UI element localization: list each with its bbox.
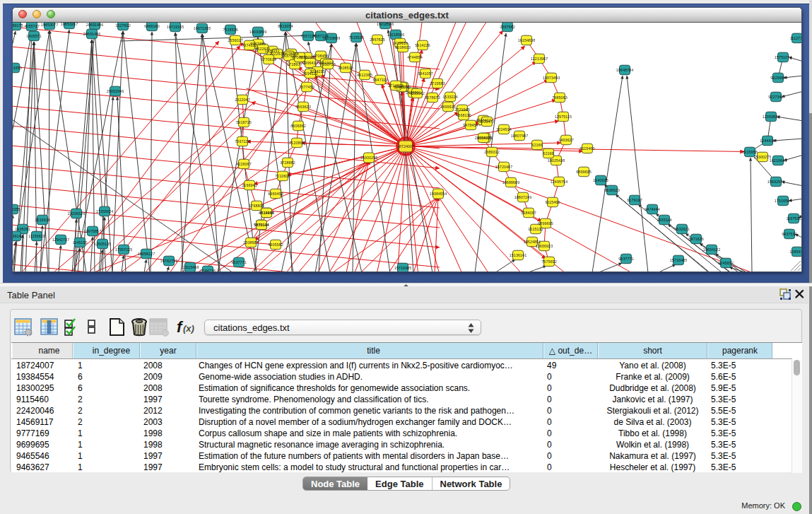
- svg-text:17016504: 17016504: [775, 199, 792, 203]
- svg-text:7377459: 7377459: [299, 85, 314, 89]
- svg-text:18724007: 18724007: [397, 144, 414, 148]
- svg-text:2556017: 2556017: [228, 38, 242, 42]
- svg-text:7515526: 7515526: [348, 35, 363, 40]
- svg-text:8938923: 8938923: [604, 188, 619, 192]
- svg-text:15692971: 15692971: [767, 180, 784, 184]
- svg-text:10973493: 10973493: [543, 76, 560, 80]
- svg-text:6770619: 6770619: [261, 57, 276, 62]
- svg-text:16154838: 16154838: [518, 38, 535, 42]
- svg-text:1044218: 1044218: [200, 269, 215, 271]
- svg-text:10688609: 10688609: [502, 180, 519, 185]
- svg-text:9637771: 9637771: [618, 257, 633, 261]
- svg-text:11156829: 11156829: [28, 234, 45, 238]
- svg-text:4335942: 4335942: [409, 91, 424, 95]
- svg-text:3728882: 3728882: [280, 160, 295, 165]
- svg-text:15720407: 15720407: [495, 165, 512, 169]
- svg-text:5108603: 5108603: [395, 45, 410, 49]
- svg-text:7357224: 7357224: [313, 34, 328, 38]
- svg-text:12495754: 12495754: [551, 180, 567, 184]
- svg-text:19218506: 19218506: [387, 33, 404, 37]
- svg-text:2622631: 2622631: [255, 47, 270, 51]
- svg-text:1499914: 1499914: [440, 105, 455, 109]
- svg-text:1533224: 1533224: [442, 95, 457, 99]
- svg-text:6899695: 6899695: [576, 170, 591, 174]
- svg-text:10807487: 10807487: [511, 134, 528, 138]
- svg-text:1613355: 1613355: [13, 66, 22, 70]
- svg-text:4668136: 4668136: [456, 113, 471, 117]
- svg-text:15136141: 15136141: [510, 253, 526, 257]
- svg-text:1244419: 1244419: [760, 139, 775, 143]
- svg-text:17359924: 17359924: [96, 209, 113, 214]
- svg-text:2571945: 2571945: [454, 107, 469, 112]
- svg-text:16671355: 16671355: [194, 26, 211, 30]
- svg-text:62166: 62166: [531, 143, 542, 147]
- svg-text:3341057: 3341057: [418, 71, 433, 76]
- svg-text:12975115: 12975115: [555, 115, 572, 119]
- svg-text:1640935: 1640935: [593, 178, 608, 182]
- svg-text:9478454: 9478454: [463, 123, 478, 127]
- svg-text:3024514: 3024514: [496, 127, 511, 132]
- svg-text:15751074: 15751074: [775, 55, 792, 59]
- svg-text:4744854: 4744854: [407, 55, 422, 59]
- svg-text:9245652: 9245652: [718, 261, 733, 265]
- svg-text:13656923: 13656923: [536, 244, 553, 248]
- svg-text:2867825: 2867825: [370, 37, 384, 42]
- svg-text:2935114: 2935114: [657, 218, 671, 222]
- svg-text:16782759: 16782759: [160, 259, 177, 263]
- svg-text:1768805: 1768805: [249, 204, 264, 208]
- svg-text:9115460: 9115460: [545, 200, 560, 204]
- svg-text:7675692: 7675692: [541, 259, 556, 264]
- svg-text:1613355: 1613355: [13, 207, 20, 211]
- svg-text:19453077: 19453077: [41, 23, 58, 27]
- svg-text:4226067: 4226067: [236, 162, 251, 166]
- svg-text:20364436: 20364436: [475, 136, 492, 140]
- svg-text:6466160: 6466160: [144, 24, 159, 28]
- svg-text:8078673: 8078673: [425, 95, 440, 100]
- svg-text:2719583: 2719583: [430, 81, 445, 86]
- svg-text:19218506: 19218506: [377, 23, 394, 26]
- svg-text:10719155: 10719155: [167, 25, 184, 29]
- svg-text:4612365: 4612365: [357, 73, 372, 77]
- svg-text:9474444: 9474444: [645, 207, 659, 211]
- svg-text:5614226: 5614226: [415, 43, 430, 47]
- svg-text:6899695: 6899695: [538, 221, 553, 226]
- svg-text:1527602: 1527602: [115, 23, 130, 28]
- svg-text:1463627: 1463627: [558, 138, 573, 142]
- svg-text:6647119: 6647119: [372, 78, 387, 82]
- svg-text:62166: 62166: [543, 151, 553, 156]
- svg-text:9637771: 9637771: [231, 260, 246, 264]
- svg-text:19384554: 19384554: [430, 192, 447, 196]
- svg-text:9437532: 9437532: [782, 232, 796, 236]
- svg-text:8606962: 8606962: [290, 124, 305, 128]
- svg-text:10033809: 10033809: [249, 30, 266, 34]
- svg-text:10648784: 10648784: [616, 68, 633, 72]
- svg-text:15716485: 15716485: [670, 258, 687, 262]
- svg-text:2386312: 2386312: [484, 150, 499, 154]
- svg-text:10975857: 10975857: [84, 229, 101, 233]
- svg-text:10653267: 10653267: [61, 23, 78, 26]
- svg-text:1145190: 1145190: [72, 240, 87, 245]
- svg-text:8813054: 8813054: [278, 24, 293, 28]
- svg-text:16210643: 16210643: [770, 158, 787, 163]
- svg-text:7120868: 7120868: [289, 141, 304, 145]
- svg-text:25300275: 25300275: [754, 155, 771, 159]
- svg-text:(x): (x): [183, 323, 194, 334]
- svg-text:7210606: 7210606: [275, 174, 290, 178]
- svg-text:1728977: 1728977: [287, 62, 302, 66]
- svg-text:7632621: 7632621: [674, 227, 689, 231]
- svg-text:4055717: 4055717: [24, 24, 39, 28]
- svg-text:18807249: 18807249: [514, 195, 531, 199]
- svg-text:2687682: 2687682: [500, 25, 514, 29]
- svg-text:1112735: 1112735: [790, 36, 801, 40]
- svg-text:12905135: 12905135: [94, 242, 111, 246]
- svg-text:7515526: 7515526: [223, 28, 237, 32]
- svg-text:9329966: 9329966: [770, 76, 785, 80]
- svg-text:7350753: 7350753: [320, 62, 335, 66]
- svg-text:12093822: 12093822: [763, 115, 779, 119]
- svg-text:5479144: 5479144: [254, 223, 269, 227]
- svg-text:10025438: 10025438: [548, 158, 565, 163]
- svg-text:5663623: 5663623: [295, 105, 310, 109]
- svg-text:10958127: 10958127: [138, 252, 155, 256]
- svg-text:2166941: 2166941: [242, 183, 257, 187]
- svg-text:2694522: 2694522: [302, 71, 317, 76]
